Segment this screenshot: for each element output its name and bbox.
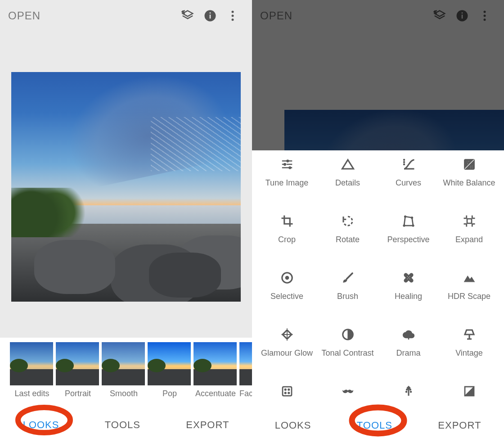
- look-thumb[interactable]: Portrait: [56, 342, 100, 398]
- look-thumb[interactable]: Pop: [148, 342, 192, 398]
- tab-tools[interactable]: TOOLS: [352, 417, 397, 434]
- look-thumb[interactable]: Accentuate: [194, 342, 238, 398]
- tool-label: White Balance: [443, 178, 495, 198]
- tab-looks[interactable]: LOOKS: [270, 417, 316, 434]
- looks-strip: Last edits Portrait Smooth Pop Accentuat…: [0, 338, 252, 410]
- tool-label: Details: [335, 178, 360, 198]
- look-label: Smooth: [102, 389, 146, 398]
- diamond-icon: [279, 327, 295, 342]
- tool-brush[interactable]: Brush: [317, 268, 378, 313]
- tool-tune-image[interactable]: Tune Image: [256, 155, 317, 200]
- bw-icon: [462, 384, 477, 399]
- svg-point-16: [403, 159, 405, 160]
- tool-curves[interactable]: Curves: [378, 155, 439, 200]
- tool-hdr-scape[interactable]: HDR Scape: [439, 268, 500, 313]
- info-icon[interactable]: [199, 5, 221, 27]
- tool-label: Brush: [337, 292, 358, 312]
- svg-point-39: [288, 389, 289, 390]
- svg-point-43: [410, 389, 411, 390]
- screen-looks: OPEN: [0, 0, 252, 443]
- brush-icon: [340, 270, 356, 285]
- tool-crop[interactable]: Crop: [256, 212, 317, 257]
- wb-icon: WB: [462, 157, 477, 172]
- dimmed-background: OPEN: [252, 0, 504, 150]
- curves-icon: [401, 157, 416, 172]
- screen-tools: OPEN Tune ImageDetailsCurvesWBWhite Bala…: [252, 0, 504, 443]
- svg-point-44: [405, 391, 407, 393]
- tab-export[interactable]: EXPORT: [433, 417, 486, 434]
- bottom-tabs: LOOKS TOOLS EXPORT: [252, 407, 504, 443]
- tool-expand[interactable]: Expand: [439, 212, 500, 257]
- main-photo[interactable]: [11, 72, 241, 302]
- tab-looks[interactable]: LOOKS: [18, 416, 64, 434]
- tool-details[interactable]: Details: [317, 155, 378, 200]
- tool-healing[interactable]: Healing: [378, 268, 439, 313]
- lamp-icon: [462, 327, 477, 342]
- tonal-icon: [340, 327, 356, 342]
- tool-label: Perspective: [387, 235, 429, 255]
- tool-selective[interactable]: Selective: [256, 268, 317, 313]
- bottom-tabs: LOOKS TOOLS EXPORT: [0, 407, 252, 443]
- triangle-icon: [340, 157, 356, 172]
- tools-panel: Tune ImageDetailsCurvesWBWhite BalanceCr…: [252, 150, 504, 443]
- tool-label: Selective: [270, 292, 303, 312]
- crop-icon: [279, 213, 295, 229]
- svg-point-22: [404, 216, 406, 217]
- svg-point-34: [409, 276, 410, 278]
- tool-perspective[interactable]: Perspective: [378, 212, 439, 257]
- svg-point-4: [232, 15, 234, 17]
- svg-point-35: [406, 278, 408, 280]
- look-label: Portrait: [56, 389, 100, 398]
- svg-point-24: [412, 225, 414, 226]
- tool-glamour-glow[interactable]: Glamour Glow: [256, 325, 317, 370]
- svg-point-33: [409, 278, 410, 280]
- svg-point-3: [232, 11, 234, 13]
- tool-white-balance[interactable]: WBWhite Balance: [439, 155, 500, 200]
- tool-label: Vintage: [455, 348, 483, 368]
- tool-label: Tune Image: [266, 178, 308, 198]
- svg-point-18: [403, 163, 405, 165]
- tool-label: Drama: [396, 348, 420, 368]
- tab-export[interactable]: EXPORT: [181, 416, 234, 434]
- more-icon[interactable]: [221, 5, 244, 27]
- svg-point-15: [288, 167, 291, 169]
- tool-rotate[interactable]: Rotate: [317, 212, 378, 257]
- expand-icon: [462, 213, 477, 229]
- tab-tools[interactable]: TOOLS: [100, 416, 145, 434]
- tool-label: Curves: [396, 178, 421, 198]
- topbar: OPEN: [0, 0, 252, 32]
- svg-point-41: [288, 392, 289, 394]
- rotate-icon: [340, 213, 356, 229]
- dice-icon: [279, 384, 295, 399]
- look-thumb[interactable]: Smooth: [102, 342, 146, 398]
- perspective-icon: [401, 213, 416, 229]
- tool-drama[interactable]: Drama: [378, 325, 439, 370]
- svg-rect-26: [467, 219, 472, 223]
- svg-point-28: [285, 276, 289, 280]
- svg-text:B: B: [470, 165, 473, 170]
- svg-point-5: [232, 18, 234, 21]
- tool-label: Tonal Contrast: [321, 348, 374, 368]
- mountains-icon: [462, 270, 477, 285]
- tool-vintage[interactable]: Vintage: [439, 325, 500, 370]
- svg-point-23: [411, 217, 413, 219]
- bandage-icon: [401, 270, 416, 285]
- tool-label: Glamour Glow: [261, 348, 313, 368]
- look-label: Pop: [148, 389, 192, 398]
- canvas-area: [0, 32, 252, 338]
- svg-point-17: [403, 161, 405, 163]
- tool-tonal-contrast[interactable]: Tonal Contrast: [317, 325, 378, 370]
- layers-undo-icon[interactable]: [176, 5, 199, 27]
- svg-rect-37: [283, 387, 292, 396]
- svg-rect-1: [210, 15, 211, 19]
- tool-label: Healing: [395, 292, 422, 312]
- svg-point-14: [284, 163, 286, 166]
- look-thumb[interactable]: Last edits: [10, 342, 54, 398]
- open-button[interactable]: OPEN: [8, 9, 40, 22]
- svg-point-31: [408, 277, 410, 279]
- look-thumb[interactable]: Fac: [239, 342, 252, 398]
- svg-point-13: [286, 160, 288, 162]
- tool-label: Expand: [455, 235, 483, 255]
- svg-point-32: [406, 276, 408, 278]
- svg-point-45: [410, 391, 411, 393]
